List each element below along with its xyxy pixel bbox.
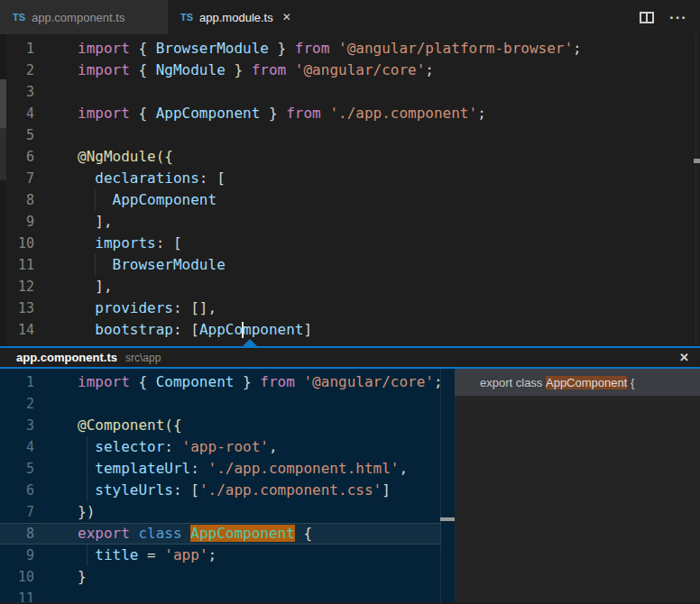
editor-actions: ··· — [640, 0, 700, 34]
code-line[interactable]: 3@Component({ — [0, 415, 455, 436]
code-line[interactable]: 14 bootstrap: [AppComponent] — [0, 319, 700, 341]
tab-bar: TS app.component.ts TS app.module.ts ✕ ·… — [0, 0, 700, 34]
split-editor-icon[interactable] — [640, 12, 654, 23]
line-number: 4 — [0, 436, 34, 458]
code-text: @Component({ — [34, 415, 182, 436]
code-text: bootstrap: [AppComponent] — [34, 319, 312, 341]
peek-body: 1import { Component } from '@angular/cor… — [0, 369, 700, 602]
code-line[interactable]: 12 ], — [0, 276, 700, 297]
scrollbar-thumb[interactable] — [0, 79, 6, 128]
line-number: 8 — [0, 523, 34, 545]
code-text: ], — [34, 211, 113, 233]
code-text: @NgModule({ — [34, 146, 173, 168]
code-text — [34, 81, 78, 103]
overview-ruler — [695, 34, 696, 346]
line-number: 10 — [0, 566, 34, 588]
line-number: 2 — [0, 393, 34, 415]
peek-file-title: app.component.ts — [16, 351, 117, 364]
close-tab-icon[interactable]: ✕ — [282, 11, 291, 23]
line-number: 1 — [0, 371, 34, 393]
code-line[interactable]: 9 ], — [0, 211, 700, 233]
code-line[interactable]: 10 imports: [ — [0, 233, 700, 254]
code-text: import { BrowserModule } from '@angular/… — [34, 38, 582, 59]
line-number: 3 — [0, 415, 34, 436]
left-gutter-strip — [0, 34, 6, 346]
code-text: providers: [], — [34, 297, 216, 319]
code-text: BrowserModule — [34, 254, 226, 276]
code-text — [34, 393, 78, 415]
peek-overview-ruler-marker — [440, 517, 455, 521]
peek-references-panel: export class AppComponent { — [455, 369, 700, 602]
code-text: title = 'app'; — [34, 545, 216, 566]
more-actions-icon[interactable]: ··· — [669, 12, 687, 23]
tab-label: app.module.ts — [199, 11, 273, 24]
code-line[interactable]: 1import { Component } from '@angular/cor… — [0, 371, 455, 393]
code-line[interactable]: 3 — [0, 81, 700, 103]
line-number: 7 — [0, 501, 34, 523]
code-line[interactable]: 1import { BrowserModule } from '@angular… — [0, 38, 700, 59]
peek-header: app.component.ts src\app ✕ — [0, 348, 700, 369]
reference-match-text: AppComponent — [546, 376, 627, 389]
code-text: selector: 'app-root', — [34, 436, 278, 458]
code-text: import { AppComponent } from './app.comp… — [34, 103, 486, 124]
code-line[interactable]: 5 templateUrl: './app.component.html', — [0, 458, 455, 480]
code-line[interactable]: 5 — [0, 124, 700, 146]
overview-ruler-marker — [694, 159, 700, 163]
code-text: }) — [34, 501, 95, 523]
code-text: import { NgModule } from '@angular/core'… — [34, 59, 434, 81]
code-line[interactable]: 10} — [0, 566, 455, 588]
code-text — [34, 588, 78, 602]
code-line[interactable]: 7 declarations: [ — [0, 168, 700, 189]
scrollbar-track-shade — [0, 128, 6, 180]
code-text: ], — [34, 276, 113, 297]
peek-overview-ruler — [440, 369, 455, 602]
code-text — [34, 124, 78, 146]
peek-close-icon[interactable]: ✕ — [679, 351, 689, 364]
code-line[interactable]: 13 providers: [], — [0, 297, 700, 319]
peek-code-editor-app-component[interactable]: 1import { Component } from '@angular/cor… — [0, 369, 455, 602]
code-line[interactable]: 6@NgModule({ — [0, 146, 700, 168]
code-line[interactable]: 8 AppComponent — [0, 189, 700, 211]
tab-app-module-ts[interactable]: TS app.module.ts ✕ — [168, 0, 328, 34]
code-text: import { Component } from '@angular/core… — [34, 371, 443, 393]
code-text: templateUrl: './app.component.html', — [34, 458, 408, 480]
code-line[interactable]: 11 BrowserModule — [0, 254, 700, 276]
code-text: export class AppComponent { — [34, 523, 312, 545]
code-line[interactable]: 4 selector: 'app-root', — [0, 436, 455, 458]
code-line[interactable]: 4import { AppComponent } from './app.com… — [0, 103, 700, 124]
line-number: 5 — [0, 458, 34, 480]
tab-app-component-ts[interactable]: TS app.component.ts — [0, 0, 168, 34]
code-editor-app-module[interactable]: 1import { BrowserModule } from '@angular… — [0, 34, 700, 346]
code-text: } — [34, 566, 87, 588]
peek-definition-widget: app.component.ts src\app ✕ 1import { Com… — [0, 346, 700, 604]
tab-label: app.component.ts — [32, 11, 124, 24]
code-text: AppComponent — [34, 189, 216, 211]
reference-item[interactable]: export class AppComponent { — [455, 369, 700, 396]
code-line[interactable]: 2import { NgModule } from '@angular/core… — [0, 59, 700, 81]
reference-text: { — [627, 376, 634, 389]
typescript-file-icon: TS — [13, 12, 25, 23]
code-text: styleUrls: ['./app.component.css'] — [34, 480, 391, 501]
code-line[interactable]: 6 styleUrls: ['./app.component.css'] — [0, 480, 455, 501]
text-cursor — [242, 322, 244, 338]
line-number: 6 — [0, 480, 34, 501]
code-text: declarations: [ — [34, 168, 226, 189]
code-line[interactable]: 11 — [0, 588, 455, 602]
line-number: 11 — [0, 588, 34, 602]
typescript-file-icon: TS — [180, 12, 193, 23]
code-line[interactable]: 7}) — [0, 501, 455, 523]
code-line[interactable]: 9 title = 'app'; — [0, 545, 455, 566]
reference-text: export class — [480, 376, 546, 389]
code-text: imports: [ — [34, 233, 182, 254]
line-number: 9 — [0, 545, 34, 566]
peek-file-path: src\app — [125, 352, 161, 364]
code-line[interactable]: 8export class AppComponent { — [0, 523, 455, 545]
code-line[interactable]: 2 — [0, 393, 455, 415]
